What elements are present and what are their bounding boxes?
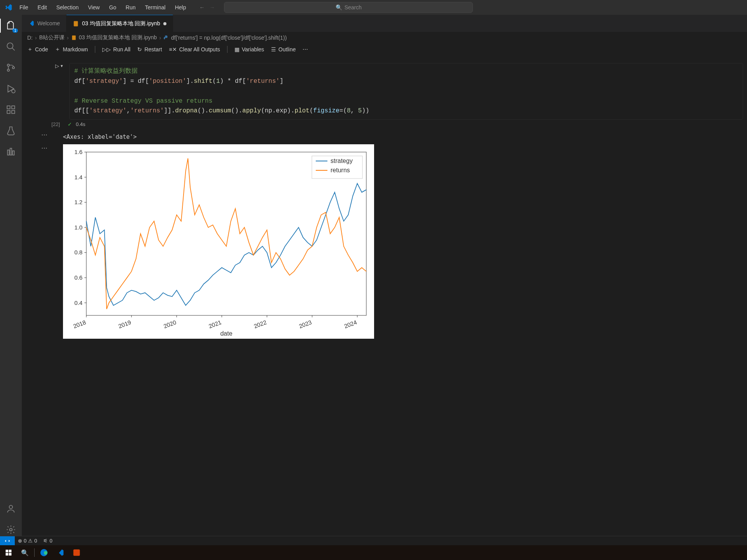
chevron-right-icon: › [67,35,69,41]
plus-icon: ＋ [27,46,33,53]
svg-text:1.2: 1.2 [74,199,82,205]
restart-icon: ↻ [137,46,142,52]
breadcrumb[interactable]: D: › B站公开课 › 03 均值回复策略本地 回测.ipynb › df['… [22,32,747,44]
run-all-icon: ▷▷ [102,46,111,52]
problems-button[interactable]: ⊗0 ⚠0 [15,538,40,544]
svg-text:2023: 2023 [298,319,312,329]
menu-selection[interactable]: Selection [52,3,83,12]
search-icon: 🔍 [336,4,342,10]
vscode-logo-icon [3,4,14,11]
run-all-button[interactable]: ▷▷Run All [102,46,130,52]
search-sidebar-icon[interactable] [5,40,17,53]
outline-button[interactable]: ☰Outline [271,46,296,52]
output-collapse-icon[interactable]: ⋯ [26,144,63,339]
tab-welcome-label: Welcome [37,20,60,26]
menu-go[interactable]: Go [105,3,120,12]
source-control-icon[interactable] [5,61,17,74]
variables-icon: ▦ [234,46,240,52]
add-code-button[interactable]: ＋Code [27,46,48,53]
svg-text:2018: 2018 [72,319,87,329]
jupyter-icon[interactable] [5,145,17,158]
svg-rect-9 [7,150,9,155]
toolbar-divider [95,46,95,53]
run-debug-icon[interactable] [5,82,17,95]
svg-text:1.6: 1.6 [74,149,82,155]
menu-help[interactable]: Help [171,3,190,12]
svg-text:0.4: 0.4 [74,299,82,306]
restart-button[interactable]: ↻Restart [137,46,162,52]
clear-icon: ≡✕ [169,46,177,52]
svg-text:2019: 2019 [117,319,132,329]
output-collapse-icon[interactable]: ⋯ [26,131,63,144]
unsaved-indicator-icon [163,22,166,25]
svg-text:strategy: strategy [331,158,353,164]
success-check-icon: ✓ [68,121,72,127]
svg-rect-10 [10,148,12,155]
taskbar-separator [34,548,35,557]
remote-indicator-button[interactable] [0,536,15,545]
cell-gutter: ▷ ▾ [29,63,66,120]
execution-time: 0.4s [76,121,86,127]
svg-text:2024: 2024 [343,319,358,329]
run-cell-button[interactable]: ▷ ▾ [29,63,63,69]
notebook-toolbar: ＋Code ＋Markdown ▷▷Run All ↻Restart ≡✕Cle… [22,44,747,55]
vscode-taskbar-icon[interactable] [53,546,67,559]
error-icon: ⊗ [18,538,22,544]
menu-file[interactable]: File [16,3,32,12]
settings-gear-icon[interactable] [5,523,17,536]
svg-rect-53 [6,553,9,556]
editor-tabs: Welcome 03 均值回复策略本地 回测.ipynb [22,15,747,32]
notebook-content[interactable]: ▷ ▾ # 计算策略收益列数据 df['strategy'] = df['pos… [22,55,747,536]
execution-count: [22] [26,120,63,131]
breadcrumb-cell[interactable]: df['returns'] = np.log(df['close']/df['c… [171,35,287,41]
chart-output: 0.40.60.81.01.21.41.62018201920202021202… [63,144,374,339]
svg-rect-54 [9,553,12,556]
breadcrumb-file[interactable]: 03 均值回复策略本地 回测.ipynb [79,34,157,41]
plus-icon: ＋ [55,46,60,53]
code-editor[interactable]: # 计算策略收益列数据 df['strategy'] = df['positio… [69,63,743,120]
menu-run[interactable]: Run [122,3,140,12]
svg-point-3 [12,66,14,68]
explorer-icon[interactable]: 1 [5,19,17,32]
variables-button[interactable]: ▦Variables [234,46,264,52]
menu-edit[interactable]: Edit [34,3,51,12]
clear-outputs-button[interactable]: ≡✕Clear All Outputs [169,46,220,52]
svg-text:2020: 2020 [163,319,177,329]
svg-text:1.4: 1.4 [74,174,82,180]
start-button[interactable] [2,546,16,559]
breadcrumb-folder[interactable]: B站公开课 [39,34,65,41]
nav-back-icon[interactable]: ← [199,4,205,10]
svg-rect-6 [7,110,10,114]
menu-view[interactable]: View [84,3,103,12]
chevron-down-icon[interactable]: ▾ [61,63,63,68]
code-cell[interactable]: ▷ ▾ # 计算策略收益列数据 df['strategy'] = df['pos… [26,63,743,120]
outline-icon: ☰ [271,46,276,52]
windows-taskbar: 🔍 [0,545,747,560]
svg-point-12 [9,505,13,509]
menu-terminal[interactable]: Terminal [141,3,170,12]
ports-button[interactable]: ⚟0 [40,538,55,544]
activity-bar: 1 [0,15,22,536]
accounts-icon[interactable] [5,502,17,515]
svg-text:date: date [220,330,232,337]
toolbar-divider [227,46,227,53]
editor-area: Welcome 03 均值回复策略本地 回测.ipynb D: › B站公开课 … [22,15,747,536]
taskbar-search-icon[interactable]: 🔍 [18,546,32,559]
tab-notebook[interactable]: 03 均值回复策略本地 回测.ipynb [66,15,173,32]
add-markdown-button[interactable]: ＋Markdown [55,46,88,53]
python-icon [163,35,169,40]
more-actions-button[interactable]: ⋯ [303,46,308,52]
breadcrumb-drive[interactable]: D: [27,35,33,41]
svg-point-0 [7,43,13,49]
extensions-icon[interactable] [5,103,17,116]
edge-browser-icon[interactable] [37,546,51,559]
warning-icon: ⚠ [28,538,33,544]
tab-welcome[interactable]: Welcome [22,15,66,32]
testing-icon[interactable] [5,124,17,137]
output-repr: <Axes: xlabel='date'> [63,131,137,144]
command-center-search[interactable]: 🔍 Search [224,2,473,13]
chevron-right-icon: › [35,35,37,41]
app-taskbar-icon[interactable] [70,546,84,559]
nav-forward-icon[interactable]: → [209,4,215,10]
broadcast-icon: ⚟ [43,538,48,544]
